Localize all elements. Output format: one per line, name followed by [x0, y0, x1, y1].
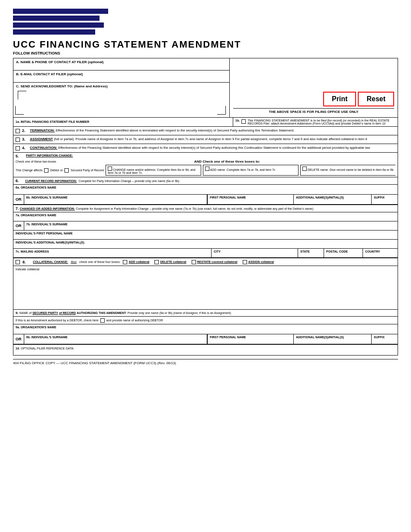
- checkbox-8[interactable]: [16, 260, 20, 264]
- collateral-options: ADD collateral DELETE collateral RESTATE…: [123, 260, 395, 264]
- option3-label: DELETE name: Give record name to be dele…: [308, 168, 394, 171]
- checkbox-debtor[interactable]: [44, 168, 48, 173]
- checkbox-2[interactable]: [16, 129, 20, 133]
- or-label-6: OR: [13, 195, 24, 204]
- cell-7-first: INDIVIDUAL'S FIRST PERSONAL NAME: [13, 231, 398, 239]
- row-7-title: CHANGED OR ADDED INFORMATION:: [20, 207, 75, 210]
- checkbox-change[interactable]: [108, 167, 112, 171]
- label-1b: 1b.: [235, 119, 240, 122]
- checkbox-4[interactable]: [16, 146, 20, 151]
- party-check-row: Check one of these two boxes AND Check o…: [16, 160, 395, 163]
- row-9-of-record: of RECORD: [59, 311, 76, 314]
- row-1: 1a. INITIAL FINANCING STATEMENT FILE NUM…: [13, 118, 398, 127]
- checkbox-secured[interactable]: [64, 168, 69, 173]
- checkbox-delete-collateral[interactable]: [154, 260, 159, 264]
- top-right: Print Reset THE ABOVE SPACE IS FOR FILIN…: [230, 58, 398, 117]
- text-1b: This FINANCING STATEMENT AMENDMENT is to…: [247, 119, 395, 125]
- row-10: 10. OPTIONAL FILER REFERENCE DATA:: [13, 345, 398, 355]
- cell-1a: 1a. INITIAL FINANCING STATEMENT FILE NUM…: [13, 118, 233, 126]
- row-2: 2. TERMINATION: Effectiveness of the Fin…: [13, 127, 398, 135]
- cell-6a: 6a. ORGANIZATION'S NAME: [13, 185, 398, 194]
- change-option-2: ADD name: Complete item 7a or 7b, and it…: [203, 165, 299, 176]
- checkbox-restate-collateral[interactable]: [192, 260, 196, 264]
- cell-6b-first: FIRST PERSONAL NAME: [207, 195, 294, 204]
- option1-label: CHANGE name and/or address: Complete Ite…: [108, 168, 196, 174]
- change-option-1: CHANGE name and/or address: Complete Ite…: [106, 165, 201, 176]
- label-7b: 7b. INDIVIDUAL'S SURNAME: [26, 223, 396, 226]
- row-9-auth: If this is an Amendment authorized by a …: [13, 317, 398, 324]
- label-7c-country: COUNTRY: [365, 250, 395, 253]
- cell-7c-state: STATE: [298, 249, 324, 257]
- row-9a: 9a. ORGANIZATION'S NAME: [13, 324, 398, 334]
- print-button[interactable]: Print: [323, 92, 356, 106]
- row-9-auth-check: If this is an Amendment authorized by a …: [16, 319, 99, 322]
- checkbox-assign-collateral[interactable]: [243, 260, 247, 264]
- row-2-content: TERMINATION: Effectiveness of the Financ…: [30, 128, 395, 132]
- row-3-title: ASSIGNMENT: [30, 137, 53, 141]
- row-2-title: TERMINATION:: [30, 128, 55, 132]
- checkbox-add-collateral[interactable]: [123, 260, 127, 264]
- row-4-num: 4.: [22, 146, 30, 150]
- label-9b: 9b. INDIVIDUAL'S SURNAME: [26, 336, 205, 339]
- row-5: 5. PARTY INFORMATION CHANGE: Check one o…: [13, 153, 398, 177]
- button-row: Print Reset: [323, 92, 394, 106]
- cell-9b-suffix: SUFFIX: [372, 334, 398, 344]
- row-6-num: 6.: [16, 179, 23, 183]
- row-7-num: 7.: [16, 206, 19, 211]
- label-6a: 6a. ORGANIZATION'S NAME: [16, 186, 395, 189]
- row-2-body: Effectiveness of the Financing Statement…: [56, 128, 295, 132]
- row-8-header: 8. COLLATERAL CHANGE: Also check one of …: [13, 258, 398, 266]
- row-3-content: ASSIGNMENT (full or partial): Provide na…: [30, 137, 395, 141]
- row-9-and-provide: and provide name of authorizing DEBTOR: [106, 319, 163, 322]
- label-6b-add: ADDITIONAL NAME(S)/INITIAL(S): [296, 196, 369, 199]
- field-c-label: C. SEND ACKNOWLEDGMENT TO: (Name and Add…: [16, 84, 227, 88]
- checkbox-delete[interactable]: [302, 167, 307, 171]
- page-title: UCC FINANCING STATEMENT AMENDMENT: [13, 39, 398, 50]
- checkbox-add[interactable]: [205, 167, 209, 171]
- indicate-row: Indicate collateral:: [13, 266, 398, 309]
- label-9b-suffix: SUFFIX: [374, 336, 395, 339]
- cell-7c-postal: POSTAL CODE: [324, 249, 363, 257]
- row-7c: 7c. MAILING ADDRESS CITY STATE POSTAL CO…: [13, 249, 398, 258]
- row-8-num: 8.: [22, 260, 30, 264]
- logo-bar-3: [13, 22, 104, 28]
- logo-block: [13, 9, 398, 35]
- label-7c: 7c. MAILING ADDRESS: [16, 250, 209, 253]
- row-4-body: Effectiveness of the Financing Statement…: [58, 146, 370, 150]
- row-9-num: 9.: [16, 311, 19, 315]
- field-b-label: B. E-MAIL CONTACT AT FILER (optional): [16, 72, 227, 76]
- checkbox-3[interactable]: [16, 138, 20, 142]
- row-7: 7. CHANGED OR ADDED INFORMATION: Complet…: [13, 205, 398, 258]
- checkbox-debtor-auth[interactable]: [100, 318, 105, 323]
- label-6b: 6b. INDIVIDUAL'S SURNAME: [26, 196, 205, 199]
- label-7c-city: CITY: [214, 250, 295, 253]
- delete-collateral-label: DELETE collateral: [160, 260, 186, 263]
- row-3-body: (full or partial): Provide name of Assig…: [54, 137, 367, 141]
- field-c-box-tl: [18, 91, 26, 99]
- logo-bar-2: [13, 16, 100, 21]
- field-c-box-br: [217, 106, 226, 115]
- cell-6b-add: ADDITIONAL NAME(S)/INITIAL(S): [294, 195, 372, 204]
- reset-button[interactable]: Reset: [358, 92, 394, 106]
- row-5-check-label: Check one of these two boxes: [16, 160, 56, 163]
- label-7-first: INDIVIDUAL'S FIRST PERSONAL NAME: [16, 232, 395, 235]
- field-c: C. SEND ACKNOWLEDGMENT TO: (Name and Add…: [13, 83, 229, 117]
- checkbox-1b[interactable]: [241, 119, 246, 124]
- row-4-content: CONTINUATION: Effectiveness of the Finan…: [30, 146, 395, 150]
- row-3: 3. ASSIGNMENT (full or partial): Provide…: [13, 135, 398, 144]
- logo-bar-4: [13, 29, 95, 35]
- row-6: 6. CURRENT RECORD INFORMATION: Complete …: [13, 177, 398, 205]
- top-section: A. NAME & PHONE OF CONTACT AT FILER (opt…: [13, 58, 398, 118]
- add-collateral-label: ADD collateral: [128, 260, 149, 263]
- cell-6b-suffix: SUFFIX: [372, 195, 398, 204]
- assign-collateral-option: ASSIGN collateral: [243, 260, 274, 264]
- change-option-3: DELETE name: Give record name to be dele…: [300, 165, 395, 176]
- top-left-fields: A. NAME & PHONE OF CONTACT AT FILER (opt…: [13, 58, 230, 117]
- label-9a: 9a. ORGANIZATION'S NAME: [16, 326, 395, 329]
- label-1a: 1a. INITIAL FINANCING STATEMENT FILE NUM…: [16, 120, 89, 123]
- restate-collateral-label: RESTATE covered collateral: [197, 260, 238, 263]
- restate-collateral-option: RESTATE covered collateral: [192, 260, 238, 264]
- row-8-title: COLLATERAL CHANGE:: [33, 260, 68, 263]
- cell-7-additional: INDIVIDUAL'S ADDITIONAL NAME(S)/INITIAL(…: [13, 240, 398, 248]
- or-label-9: OR: [13, 334, 24, 344]
